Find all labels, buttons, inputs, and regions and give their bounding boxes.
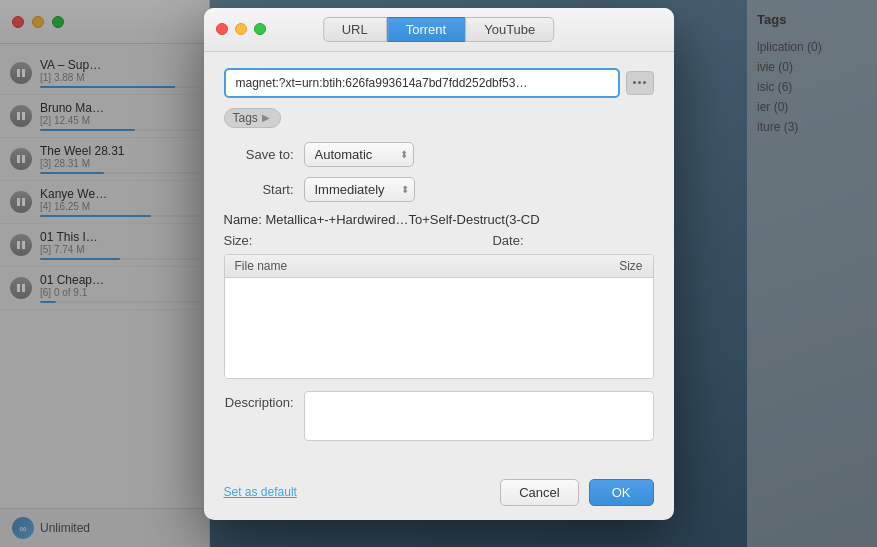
description-textarea[interactable] [304,391,654,441]
save-to-label: Save to: [224,147,304,162]
tags-row: Tags ▶ [224,108,654,128]
dot [633,81,636,84]
modal-titlebar: URL Torrent YouTube [204,8,674,52]
save-to-select[interactable]: Automatic Downloads Desktop [304,142,414,167]
size-date-row: Size: Date: [224,233,654,248]
start-row: Start: Immediately Manually ⬍ [224,177,654,202]
modal-tabs: URL Torrent YouTube [323,17,555,42]
modal-body: Tags ▶ Save to: Automatic Downloads Desk… [204,52,674,471]
save-to-row: Save to: Automatic Downloads Desktop ⬍ [224,142,654,167]
start-select[interactable]: Immediately Manually [304,177,415,202]
file-col-name-header: File name [235,259,563,273]
file-col-size-header: Size [563,259,643,273]
save-to-wrapper: Automatic Downloads Desktop ⬍ [304,142,414,167]
modal-minimize-button[interactable] [235,23,247,35]
tab-url[interactable]: URL [323,17,387,42]
modal-overlay: URL Torrent YouTube Tags ▶ [0,0,877,547]
modal-traffic-lights [216,23,266,35]
size-label: Size: [224,233,253,248]
file-table-body [225,278,653,378]
name-value: Metallica+-+Hardwired…To+Self-Destruct(3… [265,212,539,227]
tab-youtube[interactable]: YouTube [465,17,554,42]
date-label: Date: [492,233,523,248]
ok-button[interactable]: OK [589,479,654,506]
tags-badge[interactable]: Tags ▶ [224,108,281,128]
description-row: Description: [224,391,654,441]
name-row: Name: Metallica+-+Hardwired…To+Self-Dest… [224,212,654,227]
magnet-dots-button[interactable] [626,71,654,95]
file-table-header: File name Size [225,255,653,278]
tags-badge-label: Tags [233,111,258,125]
magnet-input[interactable] [224,68,620,98]
file-table: File name Size [224,254,654,379]
name-label: Name: [224,212,266,227]
add-torrent-modal: URL Torrent YouTube Tags ▶ [204,8,674,520]
magnet-row [224,68,654,98]
tags-arrow-icon: ▶ [262,112,270,123]
start-label: Start: [224,182,304,197]
description-label: Description: [224,391,304,410]
set-default-link[interactable]: Set as default [224,485,501,499]
modal-footer: Set as default Cancel OK [204,471,674,520]
footer-buttons: Cancel OK [500,479,653,506]
modal-close-button[interactable] [216,23,228,35]
start-wrapper: Immediately Manually ⬍ [304,177,415,202]
tab-torrent[interactable]: Torrent [387,17,465,42]
modal-maximize-button[interactable] [254,23,266,35]
dot [643,81,646,84]
cancel-button[interactable]: Cancel [500,479,578,506]
dot [638,81,641,84]
